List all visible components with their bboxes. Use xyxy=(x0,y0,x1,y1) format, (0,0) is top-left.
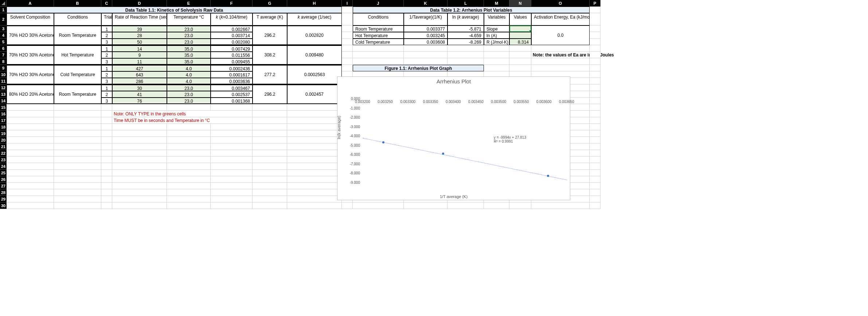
t1-temp-1-1[interactable]: 35.0 xyxy=(167,52,211,58)
t1-temp-2-2[interactable]: 4.0 xyxy=(167,78,211,84)
cell-E22[interactable] xyxy=(167,150,211,157)
cell-C19[interactable] xyxy=(101,130,112,137)
arrhenius-chart[interactable]: Arrhenius Plot 0.000-1.000-2.000-3.000-4… xyxy=(337,76,570,200)
t1-time-2-1[interactable]: 643 xyxy=(112,71,167,78)
cell-C21[interactable] xyxy=(101,143,112,150)
row-header-17[interactable]: 17 xyxy=(0,117,7,124)
t2-val-0[interactable] xyxy=(509,25,531,32)
row-header-10[interactable]: 10 xyxy=(0,71,7,78)
cell-E21[interactable] xyxy=(167,143,211,150)
row-header-9[interactable]: 9 xyxy=(0,65,7,71)
row-header-6[interactable]: 6 xyxy=(0,45,7,52)
cell-B23[interactable] xyxy=(54,157,101,163)
cell-A29[interactable] xyxy=(7,196,54,202)
col-header-G[interactable]: G xyxy=(253,0,287,7)
cell-C24[interactable] xyxy=(101,163,112,170)
cell-P4[interactable] xyxy=(590,32,601,39)
row-header-4[interactable]: 4 xyxy=(0,32,7,39)
cell-P9[interactable] xyxy=(590,65,601,71)
col-header-F[interactable]: F xyxy=(211,0,253,7)
cell-C22[interactable] xyxy=(101,150,112,157)
cell-B17[interactable] xyxy=(54,117,101,124)
row-header-11[interactable]: 11 xyxy=(0,78,7,84)
cell-B20[interactable] xyxy=(54,137,101,143)
row-header-25[interactable]: 25 xyxy=(0,170,7,176)
cell-D29[interactable] xyxy=(112,196,167,202)
cell-P2[interactable] xyxy=(590,13,601,25)
col-header-B[interactable]: B xyxy=(54,0,101,7)
t1-temp-3-2[interactable]: 23.0 xyxy=(167,98,211,104)
cell-A25[interactable] xyxy=(7,170,54,176)
t1-time-0-1[interactable]: 28 xyxy=(112,32,167,39)
cell-L6[interactable] xyxy=(447,45,484,52)
cell-B30[interactable] xyxy=(54,202,101,209)
cell-G18[interactable] xyxy=(253,124,287,130)
cell-E26[interactable] xyxy=(167,176,211,183)
cell-A27[interactable] xyxy=(7,183,54,189)
cell-J30[interactable] xyxy=(353,202,404,209)
col-header-I[interactable]: I xyxy=(342,0,353,7)
cell-A30[interactable] xyxy=(7,202,54,209)
t1-temp-1-0[interactable]: 35.0 xyxy=(167,45,211,52)
row-header-1[interactable]: 1 xyxy=(0,7,7,13)
cell-P30[interactable] xyxy=(590,202,601,209)
col-header-N[interactable]: N xyxy=(509,0,531,7)
cell-H30[interactable] xyxy=(287,202,342,209)
cell-C30[interactable] xyxy=(101,202,112,209)
cell-I2[interactable] xyxy=(342,13,353,25)
cell-C20[interactable] xyxy=(101,137,112,143)
cell-D23[interactable] xyxy=(112,157,167,163)
cell-B27[interactable] xyxy=(54,183,101,189)
cell-G20[interactable] xyxy=(253,137,287,143)
cell-P12[interactable] xyxy=(590,84,601,91)
cell-F25[interactable] xyxy=(211,170,253,176)
cell-A15[interactable] xyxy=(7,104,54,111)
row-header-20[interactable]: 20 xyxy=(0,137,7,143)
row-header-28[interactable]: 28 xyxy=(0,189,7,196)
row-header-3[interactable]: 3 xyxy=(0,25,7,32)
cell-E23[interactable] xyxy=(167,157,211,163)
row-header-2[interactable]: 2 xyxy=(0,13,7,25)
cell-P25[interactable] xyxy=(590,170,601,176)
cell-F23[interactable] xyxy=(211,157,253,163)
row-header-21[interactable]: 21 xyxy=(0,143,7,150)
cell-M9[interactable] xyxy=(484,65,509,71)
cell-G15[interactable] xyxy=(253,104,287,111)
cell-G28[interactable] xyxy=(253,189,287,196)
t2-val-2[interactable]: 8.314 xyxy=(509,39,531,45)
row-header-8[interactable]: 8 xyxy=(0,58,7,65)
cell-P15[interactable] xyxy=(590,104,601,111)
cell-F26[interactable] xyxy=(211,176,253,183)
cell-A24[interactable] xyxy=(7,163,54,170)
t1-temp-3-1[interactable]: 23.0 xyxy=(167,91,211,98)
row-header-29[interactable]: 29 xyxy=(0,196,7,202)
cell-N7[interactable] xyxy=(509,52,531,58)
cell-G16[interactable] xyxy=(253,111,287,117)
cell-D21[interactable] xyxy=(112,143,167,150)
row-header-16[interactable]: 16 xyxy=(0,111,7,117)
cell-F30[interactable] xyxy=(211,202,253,209)
cell-G21[interactable] xyxy=(253,143,287,150)
cell-H18[interactable] xyxy=(287,124,342,130)
row-header-15[interactable]: 15 xyxy=(0,104,7,111)
cell-H16[interactable] xyxy=(287,111,342,117)
cell-P18[interactable] xyxy=(590,124,601,130)
cell-O8[interactable] xyxy=(531,58,590,65)
cell-I3[interactable] xyxy=(342,25,353,32)
cell-H28[interactable] xyxy=(287,189,342,196)
t1-time-3-1[interactable]: 41 xyxy=(112,91,167,98)
cell-I9[interactable] xyxy=(342,65,353,71)
cell-G23[interactable] xyxy=(253,157,287,163)
cell-N6[interactable] xyxy=(509,45,531,52)
cell-P27[interactable] xyxy=(590,183,601,189)
cell-B29[interactable] xyxy=(54,196,101,202)
cell-H23[interactable] xyxy=(287,157,342,163)
cell-K30[interactable] xyxy=(404,202,447,209)
col-header-K[interactable]: K xyxy=(404,0,447,7)
cell-I4[interactable] xyxy=(342,32,353,39)
cell-F19[interactable] xyxy=(211,130,253,137)
col-header-E[interactable]: E xyxy=(167,0,211,7)
cell-D30[interactable] xyxy=(112,202,167,209)
t1-time-0-2[interactable]: 50 xyxy=(112,39,167,45)
cell-P19[interactable] xyxy=(590,130,601,137)
